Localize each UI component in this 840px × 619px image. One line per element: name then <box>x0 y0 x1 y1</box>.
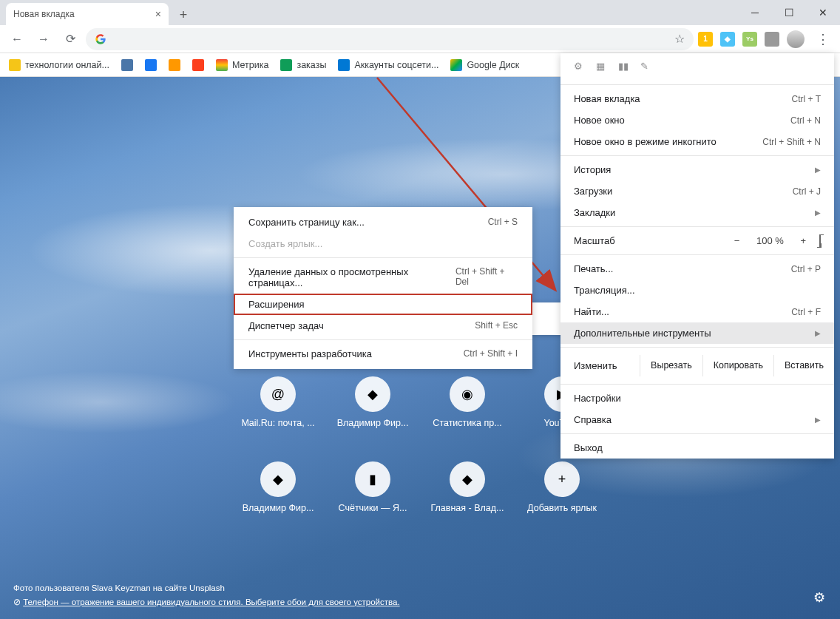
shortcut-icon: @ <box>260 376 296 412</box>
shortcut-tile[interactable]: ◉Статистика пр... <box>426 376 509 428</box>
menu-edit-row: Изменить Вырезать Копировать Вставить <box>560 351 834 381</box>
forward-button[interactable]: → <box>33 28 55 50</box>
menu-incognito[interactable]: Новое окно в режиме инкогнитоCtrl + Shif… <box>560 131 834 152</box>
submenu-clear-data[interactable]: Удаление данных о просмотренных страница… <box>234 261 532 294</box>
shortcut-tile[interactable]: @Mail.Ru: почта, ... <box>237 376 319 428</box>
shortcut-tile[interactable]: ◆Владимир Фир... <box>331 376 414 428</box>
bookmark-star-icon[interactable]: ☆ <box>674 32 685 46</box>
menu-new-window[interactable]: Новое окноCtrl + N <box>560 109 834 131</box>
extension-icons: 1 ◆ Ys ⋮ <box>698 28 834 50</box>
menu-more-tools[interactable]: Дополнительные инструменты▶ <box>560 322 834 344</box>
menu-exit[interactable]: Выход <box>560 437 834 459</box>
fullscreen-button[interactable] <box>819 235 821 246</box>
tab-title: Новая вкладка <box>13 9 75 19</box>
shortcut-icon: ◆ <box>450 461 485 497</box>
ext-icon[interactable]: ⚙ <box>574 61 587 74</box>
menu-bookmarks[interactable]: Закладки▶ <box>560 202 834 223</box>
submenu-extensions[interactable]: Расширения <box>234 294 532 315</box>
extension-icon-3[interactable]: Ys <box>742 32 757 47</box>
menu-zoom-row: Масштаб − 100 % + <box>560 230 834 251</box>
titlebar: Новая вкладка × + ─ ☐ ✕ <box>0 0 840 25</box>
shortcut-tile[interactable]: ◆Главная - Влад... <box>426 461 509 513</box>
maximize-button[interactable]: ☐ <box>772 0 806 25</box>
ext-icon[interactable]: ✎ <box>640 61 654 74</box>
menu-settings[interactable]: Настройки <box>560 388 834 409</box>
more-tools-submenu: Сохранить страницу как...Ctrl + S Создат… <box>234 207 532 369</box>
profile-avatar[interactable] <box>787 30 805 48</box>
shortcut-tile[interactable]: ▮Счётчики — Я... <box>331 461 414 513</box>
menu-extension-row: ⚙ ▦ ▮▮ ✎ <box>560 58 834 81</box>
bookmark-item[interactable] <box>145 59 157 71</box>
shortcuts-row-2: ◆Владимир Фир... ▮Счётчики — Я... ◆Главн… <box>237 461 603 513</box>
shortcut-icon: ◆ <box>355 376 390 412</box>
extension-icon-2[interactable]: ◆ <box>720 32 735 47</box>
close-window-button[interactable]: ✕ <box>806 0 840 25</box>
back-button[interactable]: ← <box>6 28 28 50</box>
ext-icon[interactable]: ▮▮ <box>618 61 631 74</box>
menu-help[interactable]: Справка▶ <box>560 409 834 430</box>
reload-button[interactable]: ⟳ <box>59 28 81 50</box>
minimize-button[interactable]: ─ <box>738 0 772 25</box>
shortcut-tile[interactable]: +Добавить ярлык <box>521 461 603 513</box>
menu-cast[interactable]: Трансляция... <box>560 280 834 301</box>
menu-print[interactable]: Печать...Ctrl + P <box>560 258 834 280</box>
browser-tab[interactable]: Новая вкладка × <box>6 3 169 25</box>
submenu-save-as[interactable]: Сохранить страницу как...Ctrl + S <box>234 212 532 233</box>
menu-cut[interactable]: Вырезать <box>640 355 702 376</box>
bookmark-item[interactable]: технологии онлай... <box>9 59 109 71</box>
bookmark-item[interactable]: Google Диск <box>450 59 519 71</box>
zoom-in-button[interactable]: + <box>800 235 806 246</box>
ext-icon[interactable]: ▦ <box>596 61 609 74</box>
shortcut-icon: ◉ <box>450 376 485 412</box>
bookmark-item[interactable]: заказы <box>280 59 326 71</box>
customize-gear-icon[interactable]: ⚙ <box>813 589 825 606</box>
bookmark-item[interactable] <box>169 59 180 71</box>
menu-downloads[interactable]: ЗагрузкиCtrl + J <box>560 180 834 202</box>
shortcut-icon: ▮ <box>355 461 390 497</box>
new-tab-button[interactable]: + <box>173 4 194 25</box>
chrome-menu-button[interactable]: ⋮ <box>812 28 834 50</box>
submenu-task-manager[interactable]: Диспетчер задачShift + Esc <box>234 315 532 336</box>
menu-paste[interactable]: Вставить <box>773 355 834 376</box>
bookmark-item[interactable] <box>121 59 133 71</box>
extension-icon-1[interactable]: 1 <box>698 32 713 47</box>
shortcut-icon: ◆ <box>260 461 296 497</box>
menu-find[interactable]: Найти...Ctrl + F <box>560 301 834 322</box>
close-tab-icon[interactable]: × <box>155 8 161 20</box>
bookmark-item[interactable]: Метрика <box>216 59 268 71</box>
extension-icon-4[interactable] <box>765 32 779 47</box>
google-g-icon <box>95 33 106 45</box>
bookmark-item[interactable]: Аккаунты соцсети... <box>338 59 438 71</box>
address-bar[interactable]: ☆ <box>86 28 694 50</box>
zoom-value: 100 % <box>753 235 787 246</box>
menu-new-tab[interactable]: Новая вкладкаCtrl + T <box>560 88 834 109</box>
submenu-dev-tools[interactable]: Инструменты разработчикаCtrl + Shift + I <box>234 343 532 365</box>
zoom-out-button[interactable]: − <box>734 235 740 246</box>
shortcut-tile[interactable]: ◆Владимир Фир... <box>237 461 319 513</box>
submenu-create-shortcut: Создать ярлык... <box>234 233 532 254</box>
bookmark-item[interactable] <box>192 59 204 71</box>
menu-history[interactable]: История▶ <box>560 159 834 180</box>
toolbar: ← → ⟳ ☆ 1 ◆ Ys ⋮ <box>0 25 840 53</box>
window-controls: ─ ☐ ✕ <box>738 0 840 25</box>
menu-copy[interactable]: Копировать <box>702 355 773 376</box>
plus-icon: + <box>544 461 580 497</box>
shortcuts-row-1: @Mail.Ru: почта, ... ◆Владимир Фир... ◉С… <box>237 376 603 428</box>
wallpaper-link[interactable]: Телефон — отражение вашего индивидуально… <box>23 598 399 606</box>
chrome-main-menu: ⚙ ▦ ▮▮ ✎ Новая вкладкаCtrl + T Новое окн… <box>560 53 834 459</box>
photo-credit: Фото пользователя Slava Keyzman на сайте… <box>13 581 400 595</box>
attribution-footer: Фото пользователя Slava Keyzman на сайте… <box>13 581 400 609</box>
